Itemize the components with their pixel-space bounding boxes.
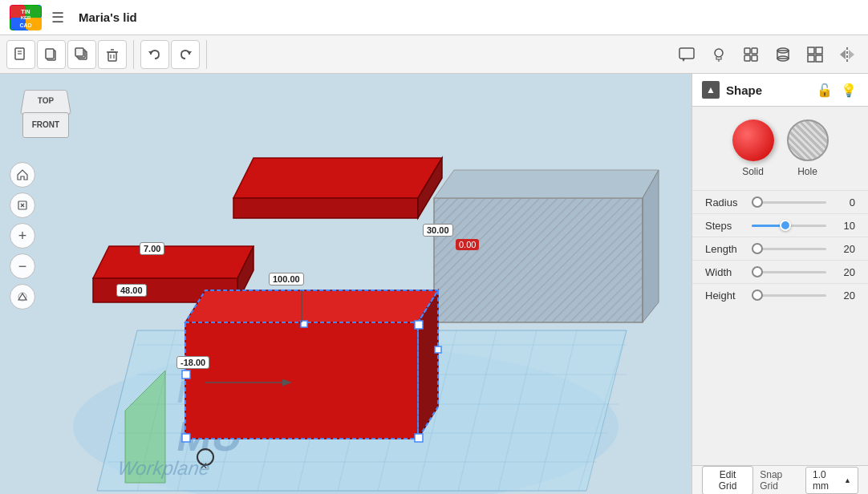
panel-lock-button[interactable]: 🔓	[815, 80, 834, 99]
length-value: 20	[833, 243, 855, 255]
svg-rect-87	[182, 370, 190, 379]
home-view-button[interactable]	[10, 162, 35, 188]
width-label: Width	[705, 266, 745, 278]
copy-button[interactable]	[37, 40, 66, 69]
svg-rect-14	[75, 48, 83, 56]
cylinder-button[interactable]	[769, 40, 797, 69]
new-button[interactable]	[6, 40, 35, 69]
width-thumb[interactable]	[752, 266, 763, 277]
height-row: Height 20	[692, 283, 868, 306]
height-thumb[interactable]	[752, 290, 763, 301]
height-slider-container[interactable]	[752, 289, 826, 302]
svg-marker-78	[93, 246, 254, 278]
width-track	[752, 271, 826, 273]
hole-option[interactable]: Hole	[787, 119, 829, 177]
svg-marker-20	[148, 51, 153, 55]
bulb-button[interactable]	[704, 40, 733, 69]
svg-marker-39	[849, 50, 854, 59]
toolbar-right-group	[672, 40, 862, 69]
shape-library-button[interactable]	[736, 40, 765, 69]
radius-label: Radius	[705, 196, 745, 209]
cube-top-face[interactable]: TOP	[20, 90, 71, 114]
right-panel: ▲ Shape 🔓 💡 Solid Hole Radius	[692, 74, 868, 494]
main-layout: TOP FRONT + −	[0, 74, 868, 494]
width-row: Width 20	[692, 260, 868, 283]
length-slider-container[interactable]	[752, 242, 826, 255]
document-title: Maria's lid	[79, 10, 137, 24]
steps-thumb[interactable]	[780, 220, 791, 231]
svg-marker-71	[434, 170, 659, 198]
svg-text:TIN: TIN	[21, 9, 30, 14]
svg-rect-33	[808, 47, 814, 54]
duplicate-button[interactable]	[67, 40, 96, 69]
height-value: 20	[833, 290, 855, 302]
svg-marker-21	[187, 51, 192, 55]
edit-grid-button[interactable]: Edit Grid	[702, 466, 753, 495]
length-track	[752, 248, 826, 250]
snap-grid-dropdown-icon: ▲	[844, 476, 851, 484]
menu-icon[interactable]: ☰	[51, 9, 64, 26]
svg-rect-11	[46, 49, 54, 59]
properties-list: Radius 0 Steps 10	[692, 190, 868, 306]
svg-rect-27	[752, 48, 757, 54]
svg-text:CAD: CAD	[19, 22, 31, 28]
svg-rect-28	[744, 55, 750, 61]
svg-marker-81	[185, 322, 418, 439]
snap-grid-dropdown[interactable]: 1.0 mm ▲	[805, 467, 858, 494]
length-row: Length 20	[692, 237, 868, 260]
steps-slider-container[interactable]	[752, 219, 826, 232]
svg-rect-29	[752, 55, 757, 61]
fit-view-button[interactable]	[10, 192, 35, 218]
svg-rect-92	[435, 346, 441, 353]
steps-value: 10	[833, 220, 855, 232]
height-label: Height	[705, 290, 745, 302]
steps-label: Steps	[705, 220, 745, 232]
toolbar-clipboard-group	[6, 40, 134, 69]
zoom-out-button[interactable]: −	[10, 253, 35, 279]
hole-circle	[787, 119, 829, 161]
width-slider-container[interactable]	[752, 265, 826, 278]
snap-grid-label: Snap Grid	[760, 469, 799, 492]
svg-marker-76	[233, 198, 418, 218]
header: TIN KER CAD ☰ Maria's lid	[0, 0, 868, 35]
redo-button[interactable]	[171, 40, 200, 69]
svg-marker-38	[840, 50, 846, 59]
panel-bulb-button[interactable]: 💡	[839, 80, 858, 99]
steps-row: Steps 10	[692, 213, 868, 237]
panel-header: ▲ Shape 🔓 💡	[692, 74, 868, 107]
svg-rect-36	[816, 55, 822, 62]
solid-circle	[732, 119, 774, 161]
view-cube[interactable]: TOP FRONT	[8, 82, 80, 154]
svg-marker-82	[185, 290, 438, 322]
solid-label: Solid	[742, 166, 764, 177]
zoom-in-button[interactable]: +	[10, 223, 35, 249]
tinkercad-logo[interactable]: TIN KER CAD	[10, 5, 42, 30]
width-value: 20	[833, 266, 855, 278]
comment-button[interactable]	[672, 40, 701, 69]
measure-0: 0.00	[456, 239, 479, 250]
radius-thumb[interactable]	[752, 196, 763, 208]
panel-header-icons: 🔓 💡	[815, 80, 858, 99]
scene-canvas[interactable]: MU MU	[0, 74, 692, 494]
shape-selector: Solid Hole	[692, 107, 868, 190]
view-controls: + −	[10, 162, 35, 310]
perspective-button[interactable]	[10, 284, 35, 310]
cube-front-face[interactable]: FRONT	[22, 112, 69, 138]
viewport[interactable]: TOP FRONT + −	[0, 74, 692, 494]
length-thumb[interactable]	[752, 243, 763, 254]
undo-button[interactable]	[140, 40, 169, 69]
radius-slider-container[interactable]	[752, 196, 826, 209]
mirror-button[interactable]	[833, 40, 862, 69]
delete-button[interactable]	[98, 40, 127, 69]
length-label: Length	[705, 243, 745, 255]
grid-button[interactable]	[801, 40, 829, 69]
hole-label: Hole	[797, 166, 817, 177]
solid-option[interactable]: Solid	[732, 119, 774, 177]
svg-rect-34	[816, 47, 822, 54]
radius-track	[752, 201, 826, 204]
svg-text:Workplane: Workplane	[116, 457, 211, 479]
svg-rect-88	[415, 321, 423, 329]
panel-collapse-button[interactable]: ▲	[702, 81, 720, 99]
svg-text:KER: KER	[21, 15, 31, 20]
svg-rect-22	[679, 48, 694, 59]
